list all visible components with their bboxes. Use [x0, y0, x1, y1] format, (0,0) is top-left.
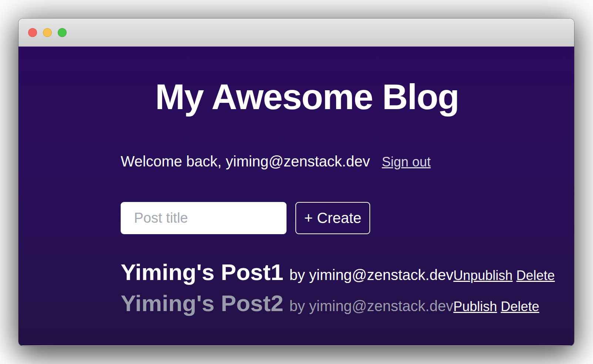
traffic-lights — [28, 28, 67, 37]
session-bar: Welcome back, yiming@zenstack.dev Sign o… — [121, 152, 493, 170]
unpublish-post-link[interactable]: Unpublish — [453, 267, 513, 283]
welcome-message: Welcome back, yiming@zenstack.dev — [121, 152, 370, 170]
sign-out-link[interactable]: Sign out — [382, 154, 430, 170]
post-byline-text: by yiming@zenstack.dev — [289, 297, 453, 315]
publish-post-link[interactable]: Publish — [453, 299, 497, 314]
zoom-window-button[interactable] — [58, 28, 67, 37]
minimize-window-button[interactable] — [43, 28, 52, 37]
browser-window: My Awesome Blog Welcome back, yiming@zen… — [19, 18, 574, 346]
post-title-text: Yiming's Post1 — [121, 259, 284, 286]
delete-post-link[interactable]: Delete — [516, 267, 555, 283]
page-content: My Awesome Blog Welcome back, yiming@zen… — [19, 47, 574, 346]
post-row: Yiming's Post1 by yiming@zenstack.dev Un… — [121, 259, 493, 286]
posts-list: Yiming's Post1 by yiming@zenstack.dev Un… — [121, 259, 493, 317]
window-titlebar[interactable] — [19, 18, 574, 47]
post-info: Yiming's Post2 by yiming@zenstack.dev — [121, 290, 453, 317]
create-post-button[interactable]: + Create — [295, 202, 370, 234]
create-post-form: + Create — [121, 202, 493, 234]
page-title: My Awesome Blog — [121, 47, 493, 115]
post-byline-text: by yiming@zenstack.dev — [289, 266, 453, 284]
delete-post-link[interactable]: Delete — [501, 299, 539, 314]
post-title-input[interactable] — [121, 202, 287, 234]
post-actions: Publish Delete — [453, 299, 539, 314]
post-actions: Unpublish Delete — [453, 267, 555, 283]
content-container: My Awesome Blog Welcome back, yiming@zen… — [121, 47, 493, 317]
post-row: Yiming's Post2 by yiming@zenstack.dev Pu… — [121, 290, 493, 317]
post-info: Yiming's Post1 by yiming@zenstack.dev — [121, 259, 453, 286]
post-title-text: Yiming's Post2 — [121, 290, 284, 317]
close-window-button[interactable] — [28, 28, 37, 37]
